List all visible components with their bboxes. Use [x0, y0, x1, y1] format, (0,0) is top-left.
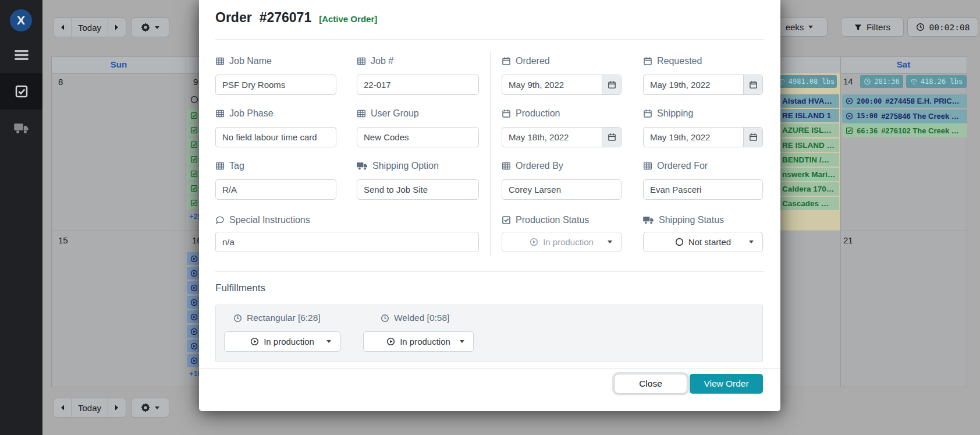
view-order-button[interactable]: View Order: [690, 374, 763, 394]
production-status-select[interactable]: In production: [502, 232, 622, 252]
order-number: #276071: [260, 10, 312, 26]
calendar-entry[interactable]: 200:00#274458 E.H. PRIC…: [842, 94, 967, 108]
play-circle-icon: [190, 342, 198, 350]
prev-button[interactable]: [54, 398, 72, 417]
sidebar-item-shipping[interactable]: [0, 112, 42, 144]
job-phase-field[interactable]: [215, 127, 336, 147]
badge-value: 281:36: [874, 77, 899, 86]
job-number-field[interactable]: [357, 75, 479, 95]
play-circle-icon: [250, 337, 259, 346]
calendar-entry[interactable]: RE ISLAND …: [779, 139, 839, 152]
shipping-date-group: [643, 127, 763, 147]
shipping-datepicker-button[interactable]: [743, 128, 762, 147]
next-button[interactable]: [108, 398, 126, 417]
menu-icon: [15, 50, 29, 60]
requested-date-group: [643, 75, 763, 95]
ordered-label: Ordered: [502, 55, 550, 67]
entry-hours: 66:36: [857, 127, 878, 135]
clock-icon: [381, 314, 389, 323]
day-number: 9: [193, 77, 198, 87]
badge-value: 4981.08 lbs: [789, 77, 835, 86]
calendar-entry[interactable]: 66:36#276102 The Creek …: [842, 124, 967, 137]
play-circle-icon: [530, 238, 538, 246]
calendar-icon: [749, 80, 758, 89]
ordered-datepicker-button[interactable]: [602, 75, 621, 94]
ordered-by-field[interactable]: [502, 179, 622, 200]
timer-button[interactable]: 00:02:08: [907, 17, 978, 37]
timer-value: 00:02:08: [929, 23, 970, 32]
requested-datepicker-button[interactable]: [743, 75, 762, 94]
table-icon: [215, 109, 225, 118]
sidebar-item-menu[interactable]: [0, 38, 42, 71]
calendar-entry[interactable]: Caldera 170…: [779, 182, 839, 196]
entry-text: #274458 E.H. PRIC…: [885, 97, 959, 105]
play-circle-icon: [846, 97, 853, 105]
day-number: 15: [58, 235, 68, 245]
calendar-entry[interactable]: 15:00#275846 The Creek …: [842, 109, 967, 123]
entry-text: #275846 The Creek …: [881, 112, 959, 121]
check-square-icon: [15, 84, 29, 98]
shipping-option-field[interactable]: [357, 179, 479, 200]
prev-button[interactable]: [54, 18, 72, 37]
play-circle-icon: [190, 328, 198, 335]
play-circle-icon: [190, 284, 198, 292]
shipping-status-label: Shipping Status: [643, 214, 724, 226]
grid-line: [186, 57, 186, 387]
special-instructions-field[interactable]: [215, 232, 479, 252]
play-circle-icon: [190, 357, 198, 365]
calendar-entry[interactable]: nswerk Mari…: [779, 168, 839, 181]
today-button[interactable]: Today: [72, 18, 108, 37]
fulfillment-rectangular-status-select[interactable]: In production: [224, 331, 340, 352]
scale-icon: [910, 78, 918, 85]
production-label: Production: [502, 108, 560, 119]
calendar-icon: [608, 133, 616, 142]
next-button[interactable]: [108, 18, 126, 37]
calendar-entry[interactable]: RE ISLAND 1: [779, 109, 839, 122]
calendar-entry[interactable]: BENDTIN /…: [779, 153, 839, 167]
filters-label: Filters: [867, 22, 890, 32]
check-square-icon: [190, 112, 198, 119]
play-circle-icon: [190, 270, 198, 277]
job-name-field[interactable]: [215, 75, 336, 95]
fulfillments-heading: Fulfillments: [215, 282, 265, 294]
table-icon: [357, 56, 366, 66]
sidebar-item-orders[interactable]: [0, 73, 42, 109]
ordered-for-field[interactable]: [643, 179, 763, 200]
sidebar: X: [0, 0, 42, 435]
clock-icon: [916, 23, 925, 31]
grid-line: [840, 57, 841, 387]
modal-title-text: Order: [215, 10, 252, 26]
divider: [199, 368, 780, 369]
weight-badge: 418.26 lbs: [906, 75, 967, 88]
capacity-badge: 4981.08 lbs: [776, 75, 837, 88]
calendar-icon: [643, 56, 652, 66]
fulfillment-welded-status-select[interactable]: In production: [363, 331, 474, 352]
chevron-right-icon: [115, 405, 119, 411]
calendar-entry[interactable]: AZURE ISL…: [779, 123, 839, 137]
weekday-sun: Sun: [52, 59, 186, 69]
app-screen: X Today eeks Filters 00:02:08: [0, 0, 980, 435]
chevron-right-icon: [115, 24, 119, 30]
filters-button[interactable]: Filters: [841, 17, 904, 37]
calendar-entry[interactable]: Alstad HVA…: [779, 94, 839, 108]
user-group-label: User Group: [357, 108, 419, 119]
caret-down-icon: [749, 241, 754, 243]
truck-icon: [357, 162, 368, 170]
calendar-settings-button-bottom[interactable]: [131, 398, 169, 418]
today-button[interactable]: Today: [72, 398, 108, 417]
check-square-icon: [190, 170, 198, 178]
table-icon: [643, 161, 652, 171]
check-square-icon: [190, 126, 198, 134]
truck-icon: [14, 123, 29, 134]
ordered-by-label: Ordered By: [502, 160, 563, 172]
calendar-entry[interactable]: Cascades …: [779, 197, 839, 210]
tag-field[interactable]: [215, 179, 336, 200]
close-button[interactable]: Close: [614, 374, 687, 394]
chevron-left-icon: [61, 24, 65, 30]
shipping-status-select[interactable]: Not started: [643, 232, 763, 252]
app-logo[interactable]: X: [10, 9, 32, 31]
weekday-sat: Sat: [840, 59, 967, 69]
user-group-field[interactable]: [357, 127, 479, 147]
production-datepicker-button[interactable]: [602, 128, 621, 147]
calendar-settings-button[interactable]: [131, 17, 169, 37]
